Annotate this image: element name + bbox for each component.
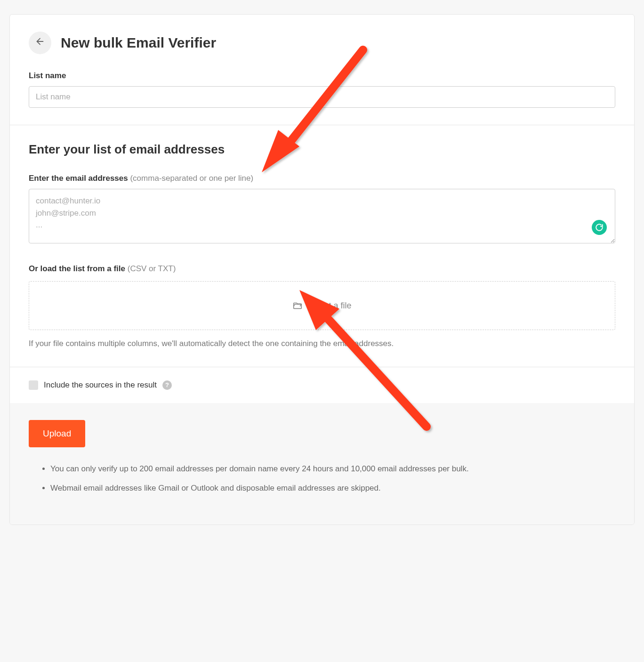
grammarly-icon[interactable] <box>592 220 607 235</box>
email-addresses-textarea[interactable] <box>29 189 615 243</box>
email-section-heading: Enter your list of email addresses <box>29 142 615 157</box>
select-file-label: Select a file <box>307 301 351 311</box>
note-item: You can only verify up to 200 email addr… <box>50 462 615 475</box>
email-addresses-label: Enter the email addresses (comma-separat… <box>29 174 615 183</box>
header-section: New bulk Email Verifier List name <box>10 15 634 125</box>
include-sources-label: Include the sources in the result <box>44 380 157 390</box>
file-dropzone[interactable]: Select a file <box>29 281 615 330</box>
file-help-text: If your file contains multiple columns, … <box>29 338 615 350</box>
options-section: Include the sources in the result ? <box>10 367 634 403</box>
page-title: New bulk Email Verifier <box>61 35 216 51</box>
include-sources-checkbox[interactable] <box>29 380 38 390</box>
list-name-label: List name <box>29 71 615 81</box>
help-icon[interactable]: ? <box>162 380 172 390</box>
upload-button[interactable]: Upload <box>29 420 85 447</box>
footer-section: Upload You can only verify up to 200 ema… <box>10 403 634 525</box>
arrow-left-icon <box>35 36 45 49</box>
email-section: Enter your list of email addresses Enter… <box>10 125 634 367</box>
back-button[interactable] <box>29 32 51 54</box>
main-card: New bulk Email Verifier List name Enter … <box>9 14 635 525</box>
folder-open-icon <box>292 300 303 311</box>
notes-list: You can only verify up to 200 email addr… <box>29 462 615 494</box>
list-name-input[interactable] <box>29 86 615 108</box>
file-upload-label: Or load the list from a file (CSV or TXT… <box>29 264 615 274</box>
note-item: Webmail email addresses like Gmail or Ou… <box>50 482 615 494</box>
